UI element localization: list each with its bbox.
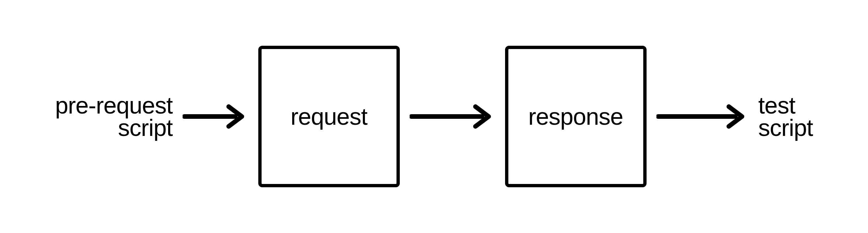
label-line: test xyxy=(758,94,813,117)
label-line: script xyxy=(758,117,813,139)
label-line: script xyxy=(55,117,173,139)
arrow-icon xyxy=(410,103,495,130)
request-box: request xyxy=(258,46,400,187)
response-box: response xyxy=(505,46,647,187)
flow-diagram: pre-request script request response test… xyxy=(55,46,813,187)
box-label: response xyxy=(528,103,623,130)
arrow-icon xyxy=(656,103,749,130)
arrow-icon xyxy=(183,103,248,130)
box-label: request xyxy=(290,103,367,130)
pre-request-script-label: pre-request script xyxy=(55,94,173,139)
test-script-label: test script xyxy=(758,94,813,139)
label-line: pre-request xyxy=(55,94,173,117)
